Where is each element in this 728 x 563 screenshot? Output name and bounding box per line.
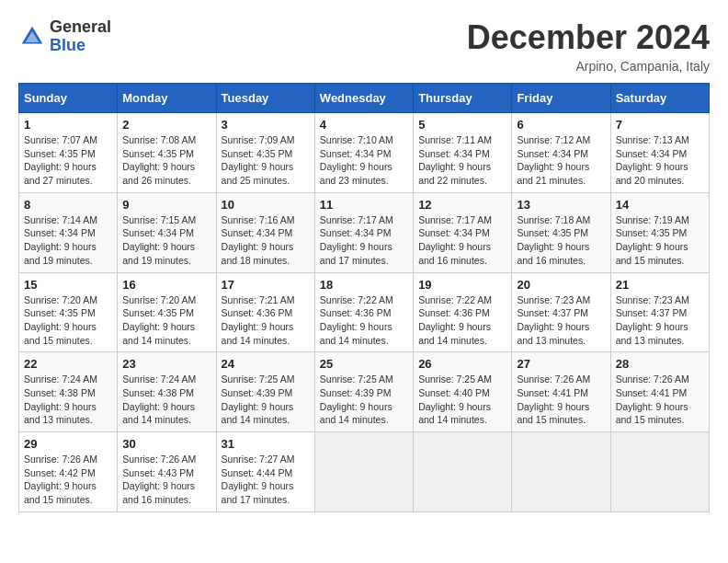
calendar-cell: 28Sunrise: 7:26 AMSunset: 4:41 PMDayligh… [610,352,709,432]
calendar-cell: 18Sunrise: 7:22 AMSunset: 4:36 PMDayligh… [314,272,413,352]
day-number: 8 [24,198,112,212]
calendar-cell: 11Sunrise: 7:17 AMSunset: 4:34 PMDayligh… [314,192,413,272]
cell-sun-info: Sunrise: 7:20 AMSunset: 4:35 PMDaylight:… [122,293,210,348]
calendar-week-row: 1Sunrise: 7:07 AMSunset: 4:35 PMDaylight… [19,113,710,193]
cell-sun-info: Sunrise: 7:24 AMSunset: 4:38 PMDaylight:… [122,373,210,427]
calendar-cell [610,432,709,512]
calendar-cell: 25Sunrise: 7:25 AMSunset: 4:39 PMDayligh… [314,352,413,432]
location-subtitle: Arpino, Campania, Italy [467,59,710,74]
calendar-week-row: 15Sunrise: 7:20 AMSunset: 4:35 PMDayligh… [19,272,710,352]
day-number: 17 [222,278,310,292]
calendar-cell: 17Sunrise: 7:21 AMSunset: 4:36 PMDayligh… [216,272,314,352]
calendar-cell: 15Sunrise: 7:20 AMSunset: 4:35 PMDayligh… [19,272,118,352]
month-title: December 2024 [467,18,710,57]
cell-sun-info: Sunrise: 7:09 AMSunset: 4:35 PMDaylight:… [222,133,310,188]
day-number: 22 [24,357,112,371]
cell-sun-info: Sunrise: 7:21 AMSunset: 4:36 PMDaylight:… [222,293,310,348]
day-number: 18 [320,278,408,292]
day-number: 19 [418,278,506,292]
day-number: 12 [418,198,506,212]
weekday-header-saturday: Saturday [610,84,709,113]
cell-sun-info: Sunrise: 7:17 AMSunset: 4:34 PMDaylight:… [320,213,408,268]
calendar-cell: 5Sunrise: 7:11 AMSunset: 4:34 PMDaylight… [414,113,512,193]
day-number: 9 [122,198,210,212]
day-number: 10 [222,198,310,212]
calendar-cell: 22Sunrise: 7:24 AMSunset: 4:38 PMDayligh… [19,352,118,432]
calendar-week-row: 8Sunrise: 7:14 AMSunset: 4:34 PMDaylight… [19,192,710,272]
cell-sun-info: Sunrise: 7:13 AMSunset: 4:34 PMDaylight:… [616,133,704,188]
calendar-cell: 27Sunrise: 7:26 AMSunset: 4:41 PMDayligh… [512,352,610,432]
day-number: 15 [24,278,112,292]
day-number: 16 [122,278,210,292]
page-header: General Blue December 2024 Arpino, Campa… [18,18,710,74]
day-number: 11 [320,198,408,212]
weekday-header-wednesday: Wednesday [314,84,413,113]
cell-sun-info: Sunrise: 7:15 AMSunset: 4:34 PMDaylight:… [122,213,210,268]
cell-sun-info: Sunrise: 7:27 AMSunset: 4:44 PMDaylight:… [222,453,310,507]
day-number: 21 [616,278,704,292]
weekday-header-sunday: Sunday [19,84,118,113]
day-number: 28 [616,357,704,371]
day-number: 29 [24,437,112,451]
day-number: 13 [517,198,605,212]
weekday-header-thursday: Thursday [414,84,512,113]
cell-sun-info: Sunrise: 7:23 AMSunset: 4:37 PMDaylight:… [517,293,605,348]
day-number: 6 [517,118,605,132]
logo-icon [18,23,46,51]
cell-sun-info: Sunrise: 7:23 AMSunset: 4:37 PMDaylight:… [616,293,704,348]
cell-sun-info: Sunrise: 7:26 AMSunset: 4:41 PMDaylight:… [616,373,704,427]
cell-sun-info: Sunrise: 7:16 AMSunset: 4:34 PMDaylight:… [222,213,310,268]
day-number: 25 [320,357,408,371]
day-number: 14 [616,198,704,212]
day-number: 24 [222,357,310,371]
day-number: 3 [222,118,310,132]
weekday-header-friday: Friday [512,84,610,113]
calendar-cell: 7Sunrise: 7:13 AMSunset: 4:34 PMDaylight… [610,113,709,193]
calendar-cell: 30Sunrise: 7:26 AMSunset: 4:43 PMDayligh… [118,432,216,512]
calendar-week-row: 29Sunrise: 7:26 AMSunset: 4:42 PMDayligh… [19,432,710,512]
calendar-cell: 23Sunrise: 7:24 AMSunset: 4:38 PMDayligh… [118,352,216,432]
calendar-cell: 19Sunrise: 7:22 AMSunset: 4:36 PMDayligh… [414,272,512,352]
title-area: December 2024 Arpino, Campania, Italy [467,18,710,74]
cell-sun-info: Sunrise: 7:22 AMSunset: 4:36 PMDaylight:… [418,293,506,348]
cell-sun-info: Sunrise: 7:25 AMSunset: 4:39 PMDaylight:… [320,373,408,427]
cell-sun-info: Sunrise: 7:10 AMSunset: 4:34 PMDaylight:… [320,133,408,188]
calendar-cell [414,432,512,512]
day-number: 1 [24,118,112,132]
calendar-cell: 31Sunrise: 7:27 AMSunset: 4:44 PMDayligh… [216,432,314,512]
day-number: 23 [122,357,210,371]
calendar-cell [512,432,610,512]
cell-sun-info: Sunrise: 7:20 AMSunset: 4:35 PMDaylight:… [24,293,112,348]
calendar-cell: 2Sunrise: 7:08 AMSunset: 4:35 PMDaylight… [118,113,216,193]
calendar-cell: 16Sunrise: 7:20 AMSunset: 4:35 PMDayligh… [118,272,216,352]
cell-sun-info: Sunrise: 7:18 AMSunset: 4:35 PMDaylight:… [517,213,605,268]
calendar-cell: 9Sunrise: 7:15 AMSunset: 4:34 PMDaylight… [118,192,216,272]
cell-sun-info: Sunrise: 7:19 AMSunset: 4:35 PMDaylight:… [616,213,704,268]
calendar-cell: 4Sunrise: 7:10 AMSunset: 4:34 PMDaylight… [314,113,413,193]
calendar-cell: 10Sunrise: 7:16 AMSunset: 4:34 PMDayligh… [216,192,314,272]
day-number: 27 [517,357,605,371]
calendar-cell [314,432,413,512]
cell-sun-info: Sunrise: 7:25 AMSunset: 4:40 PMDaylight:… [418,373,506,427]
calendar-body: 1Sunrise: 7:07 AMSunset: 4:35 PMDaylight… [19,113,710,512]
cell-sun-info: Sunrise: 7:12 AMSunset: 4:34 PMDaylight:… [517,133,605,188]
cell-sun-info: Sunrise: 7:26 AMSunset: 4:41 PMDaylight:… [517,373,605,427]
calendar-cell: 29Sunrise: 7:26 AMSunset: 4:42 PMDayligh… [19,432,118,512]
day-number: 26 [418,357,506,371]
calendar-cell: 21Sunrise: 7:23 AMSunset: 4:37 PMDayligh… [610,272,709,352]
calendar-cell: 6Sunrise: 7:12 AMSunset: 4:34 PMDaylight… [512,113,610,193]
cell-sun-info: Sunrise: 7:17 AMSunset: 4:34 PMDaylight:… [418,213,506,268]
calendar-table: SundayMondayTuesdayWednesdayThursdayFrid… [18,83,710,512]
calendar-cell: 12Sunrise: 7:17 AMSunset: 4:34 PMDayligh… [414,192,512,272]
cell-sun-info: Sunrise: 7:26 AMSunset: 4:43 PMDaylight:… [122,453,210,507]
weekday-header-monday: Monday [118,84,216,113]
calendar-header-row: SundayMondayTuesdayWednesdayThursdayFrid… [19,84,710,113]
cell-sun-info: Sunrise: 7:07 AMSunset: 4:35 PMDaylight:… [24,133,112,188]
cell-sun-info: Sunrise: 7:11 AMSunset: 4:34 PMDaylight:… [418,133,506,188]
day-number: 30 [122,437,210,451]
day-number: 7 [616,118,704,132]
calendar-cell: 13Sunrise: 7:18 AMSunset: 4:35 PMDayligh… [512,192,610,272]
logo-text: General Blue [50,18,111,55]
cell-sun-info: Sunrise: 7:26 AMSunset: 4:42 PMDaylight:… [24,453,112,507]
logo: General Blue [18,18,111,55]
